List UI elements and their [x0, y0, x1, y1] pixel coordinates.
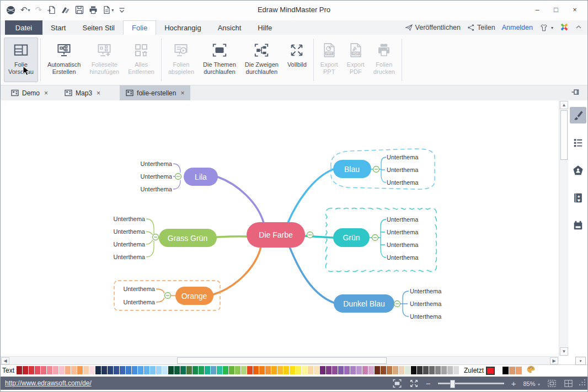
close-button[interactable]: ×: [565, 3, 584, 16]
ribbon-button-vollbild[interactable]: Vollbild: [283, 37, 311, 82]
collapse-button[interactable]: [394, 301, 400, 307]
palette-swatch[interactable]: [205, 366, 211, 374]
mindmap-canvas[interactable]: Unterthema Unterthema Unterthema Unterth…: [1, 100, 559, 356]
ribbon-button-automatisch-erstellen[interactable]: AutomatischErstellen: [43, 37, 85, 82]
minimize-button[interactable]: –: [528, 3, 547, 16]
tab-seiten-stil[interactable]: Seiten Stil: [74, 20, 123, 35]
collapse-button[interactable]: [372, 235, 378, 241]
palette-swatch[interactable]: [277, 366, 284, 374]
edraw-color-logo-icon[interactable]: [560, 23, 569, 33]
ribbon-button-alles-entfernen[interactable]: AllesEntfernen: [124, 37, 159, 82]
subtopic-label[interactable]: Unterthema: [141, 186, 173, 192]
palette-swatch[interactable]: [223, 366, 229, 374]
palette-swatch[interactable]: [89, 366, 95, 374]
palette-swatch[interactable]: [375, 366, 381, 374]
palette-swatch[interactable]: [399, 366, 405, 374]
palette-swatch[interactable]: [387, 366, 393, 374]
ribbon-button-folien-drucken[interactable]: Foliendrucken: [369, 37, 399, 82]
palette-swatch[interactable]: [247, 366, 253, 374]
ribbon-button-folie-vorschau[interactable]: FolieVorschau: [4, 37, 38, 82]
topic-node-orange[interactable]: Orange: [175, 287, 213, 305]
palette-swatch[interactable]: [150, 366, 156, 374]
palette-swatch[interactable]: [83, 366, 89, 374]
palette-swatch[interactable]: [271, 366, 277, 374]
ribbon-button-themen-durchlaufen[interactable]: Die Themendurchlaufen: [199, 37, 240, 82]
ribbon-button-folieseite-hinzufuegen[interactable]: Folieseitehinzufügen: [85, 37, 124, 82]
palette-swatch[interactable]: [126, 366, 132, 374]
palette-swatch[interactable]: [350, 366, 356, 374]
palette-swatch[interactable]: [180, 366, 186, 374]
more-colors-palette-icon[interactable]: [527, 366, 535, 375]
palette-swatch[interactable]: [393, 366, 399, 374]
palette-swatch[interactable]: [429, 366, 435, 374]
horizontal-scroll-thumb[interactable]: [177, 357, 387, 364]
palette-swatch[interactable]: [108, 366, 114, 374]
page-border-toggle[interactable]: [547, 379, 557, 388]
subtopic-label[interactable]: Unterthema: [124, 286, 156, 292]
palette-swatch[interactable]: [101, 366, 108, 374]
close-tab-icon[interactable]: ×: [97, 89, 100, 97]
subtopic-label[interactable]: Unterthema: [410, 300, 442, 307]
palette-swatch[interactable]: [265, 366, 271, 374]
subtopic-label[interactable]: Unterthema: [410, 288, 442, 294]
collapse-button[interactable]: [307, 232, 313, 238]
shirt-style-button[interactable]: ▾: [539, 24, 553, 32]
palette-swatch[interactable]: [138, 366, 144, 374]
palette-swatch[interactable]: [168, 366, 174, 374]
palette-swatch[interactable]: [120, 366, 126, 374]
sidebar-gantt-button[interactable]: [570, 217, 586, 234]
vertical-scrollbar[interactable]: ▲ ▼: [559, 100, 568, 356]
palette-swatch[interactable]: [193, 366, 199, 374]
palette-swatch[interactable]: [296, 366, 302, 374]
palette-swatch[interactable]: [29, 366, 35, 374]
doc-tab-map3[interactable]: Map3 ×: [58, 85, 106, 100]
palette-swatch[interactable]: [211, 366, 217, 374]
maximize-button[interactable]: □: [547, 3, 565, 16]
palette-swatch[interactable]: [284, 366, 290, 374]
palette-swatch[interactable]: [229, 366, 235, 374]
zoom-in-button[interactable]: +: [511, 379, 516, 388]
recent-color-swatch[interactable]: [509, 367, 516, 374]
collapse-ribbon-button[interactable]: [575, 24, 582, 31]
pan-grid-button[interactable]: [564, 379, 573, 388]
recent-color-swatch[interactable]: [486, 367, 495, 375]
palette-swatch[interactable]: [435, 366, 441, 374]
palette-swatch[interactable]: [447, 366, 453, 374]
subtopic-label[interactable]: Unterthema: [114, 254, 146, 260]
palette-swatch[interactable]: [132, 366, 138, 374]
palette-swatch[interactable]: [356, 366, 362, 374]
subtopic-label[interactable]: Unterthema: [410, 313, 442, 320]
palette-swatch[interactable]: [326, 366, 332, 374]
palette-swatch[interactable]: [362, 366, 368, 374]
subtopic-label[interactable]: Unterthema: [114, 228, 146, 235]
topic-node-lila[interactable]: Lila: [184, 168, 218, 186]
recent-color-swatch[interactable]: [503, 367, 509, 374]
share-button[interactable]: Teilen: [467, 24, 495, 31]
recent-color-swatch[interactable]: [516, 367, 522, 374]
palette-swatch[interactable]: [344, 366, 350, 374]
palette-swatch[interactable]: [259, 366, 265, 374]
palette-swatch[interactable]: [95, 366, 101, 374]
subtopic-label[interactable]: Unterthema: [141, 160, 173, 167]
scroll-down-arrow[interactable]: ▼: [560, 347, 568, 356]
vertical-scroll-thumb[interactable]: [560, 110, 568, 160]
ribbon-button-zweigen-durchlaufen[interactable]: Die Zweigendurchlaufen: [240, 37, 283, 82]
central-node[interactable]: Die Farbe: [247, 222, 305, 248]
fit-page-button[interactable]: [392, 379, 402, 388]
zoom-out-button[interactable]: −: [426, 379, 431, 388]
scroll-up-arrow[interactable]: ▲: [560, 101, 568, 109]
signin-link[interactable]: Anmelden: [502, 24, 533, 31]
resize-grip[interactable]: [579, 378, 586, 388]
palette-swatch[interactable]: [53, 366, 59, 374]
subtopic-label[interactable]: Unterthema: [387, 179, 419, 186]
zoom-slider[interactable]: [438, 383, 504, 384]
subtopic-label[interactable]: Unterthema: [387, 229, 419, 235]
palette-swatch[interactable]: [417, 366, 423, 374]
palette-swatch[interactable]: [381, 366, 387, 374]
sidebar-clipart-button[interactable]: [570, 162, 586, 179]
palette-swatch[interactable]: [174, 366, 180, 374]
palette-swatch[interactable]: [314, 366, 320, 374]
tab-folie[interactable]: Folie: [123, 20, 156, 35]
tab-hochrangig[interactable]: Hochrangig: [156, 20, 210, 35]
ribbon-button-export-ppt[interactable]: PPT ExportPPT: [316, 37, 343, 82]
